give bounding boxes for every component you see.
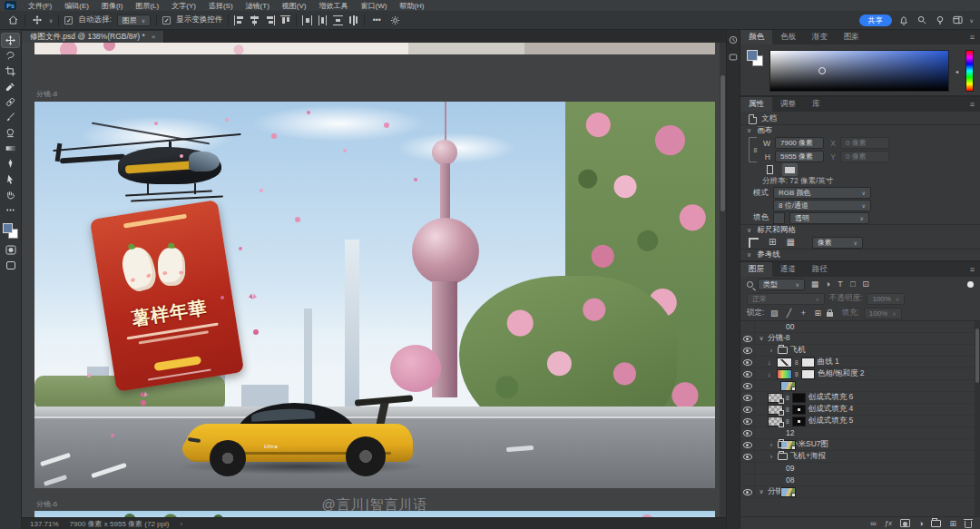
layer-mask-thumbnail[interactable] [801,358,815,367]
layer-row[interactable]: ›小米SU7图 [740,439,980,451]
visibility-toggle[interactable] [740,416,755,427]
zoom-level[interactable]: 137.71% [30,520,59,528]
link-layers-icon[interactable]: ∞ [870,519,876,528]
lightbulb-icon[interactable] [934,14,946,27]
portrait-orientation-button[interactable] [762,163,778,176]
visibility-toggle[interactable] [740,368,755,380]
panel-menu-icon[interactable]: ≡ [965,262,980,277]
color-cursor[interactable] [818,67,826,74]
layers-tab[interactable]: 图层 [740,262,772,277]
close-icon[interactable]: × [152,33,156,41]
artboard-label-top[interactable]: 分镜-8 [36,89,57,99]
auto-select-dropdown[interactable]: 图层∨ [117,15,151,26]
layer-thumbnail[interactable] [780,487,796,497]
adjustment-thumbnail[interactable] [777,358,792,367]
chevron-down-icon[interactable]: ∨ [49,17,53,24]
layer-row[interactable]: 8创成式填充 5 [740,416,980,427]
new-layer-icon[interactable]: ⊞ [949,519,956,528]
eyedropper-tool[interactable] [2,80,19,93]
clone-stamp-tool[interactable] [2,126,19,140]
screen-mode-button[interactable] [2,259,19,272]
bell-icon[interactable] [897,14,910,27]
layer-fx-icon[interactable]: ƒx [885,519,892,527]
visibility-toggle[interactable] [740,380,755,392]
chevron-right-icon[interactable]: › [768,348,775,354]
align-center-icon[interactable] [250,15,260,25]
panel-menu-icon[interactable]: ≡ [965,97,980,112]
filter-adjust-icon[interactable]: ◑ [822,279,833,289]
workspace-switcher-icon[interactable] [952,14,965,27]
color-field[interactable] [769,50,949,92]
document-tab[interactable]: 修图文件.psd @ 138%(RGB/8#) * × [22,31,164,43]
hue-slider[interactable] [965,50,974,92]
move-tool-icon[interactable] [31,14,44,27]
layer-row[interactable]: 8创成式填充 4 [740,404,980,416]
add-mask-icon[interactable] [900,519,910,527]
canvas-section-header[interactable]: ∨ 画布 [740,124,980,136]
filter-image-icon[interactable]: ▦ [809,279,820,289]
canvas-vertical-scrollbar[interactable] [720,43,726,517]
menu-item[interactable]: 文件(F) [22,1,58,11]
unit-dropdown[interactable]: 像素∨ [812,237,863,249]
crop-tool[interactable] [2,64,19,78]
color-tab[interactable]: 渐变 [804,30,836,44]
color-tab[interactable]: 色板 [772,30,804,44]
visibility-toggle[interactable] [740,427,755,439]
blend-mode-dropdown[interactable]: 正常∨ [747,293,825,305]
filter-shape-icon[interactable]: □ [848,279,858,289]
layer-row[interactable]: 12 [740,380,980,392]
layer-row[interactable]: ›飞机 [740,345,980,357]
scrollbar-thumb[interactable] [720,75,725,211]
menu-item[interactable]: 窗口(W) [354,1,393,11]
properties-tab[interactable]: 属性 [740,97,772,112]
more-options-icon[interactable]: ••• [370,14,383,27]
lock-all-icon[interactable] [827,312,833,317]
notes-panel-icon[interactable] [729,53,738,62]
chevron-right-icon[interactable]: › [768,442,775,448]
layer-fill-field[interactable]: 100%∨ [864,308,902,319]
distribute-vertical-icon[interactable] [333,15,343,25]
show-transform-checkbox[interactable]: ✓ [162,16,171,24]
properties-tab[interactable]: 调整 [772,97,804,112]
layer-thumbnail[interactable] [768,405,783,415]
guides-section-header[interactable]: ∨ 参考线 [740,249,980,260]
layer-thumbnail[interactable] [768,393,783,403]
more-tools[interactable] [2,203,19,217]
height-field[interactable]: 5955 像素 [775,151,824,162]
visibility-toggle[interactable] [740,404,755,416]
distribute-center-icon[interactable] [318,15,328,25]
quick-mask-button[interactable] [2,243,19,257]
color-tab[interactable]: 颜色 [740,30,772,44]
link-dimensions-icon[interactable]: 8 [749,136,761,163]
menu-item[interactable]: 增效工具 [312,1,354,11]
menu-item[interactable]: 帮助(H) [393,1,430,11]
menu-item[interactable]: 文字(Y) [165,1,202,11]
visibility-toggle[interactable] [740,451,755,463]
rulers-toggle-icon[interactable] [749,238,759,248]
delete-layer-icon[interactable] [965,521,972,528]
layer-mask-thumbnail[interactable] [792,405,806,415]
visibility-toggle[interactable] [740,439,755,451]
mode-dropdown[interactable]: RGB 颜色∨ [773,187,871,199]
lasso-tool[interactable] [2,49,19,63]
opacity-field[interactable]: 100%∨ [867,293,905,305]
layer-thumbnail[interactable] [768,416,783,426]
layer-thumbnail[interactable] [780,381,796,391]
menu-item[interactable]: 选择(S) [202,1,240,11]
layers-tab[interactable]: 路径 [804,262,836,277]
layer-row[interactable]: 09 [740,463,980,475]
chevron-right-icon[interactable]: › [180,520,182,528]
healing-tool[interactable] [2,95,19,109]
align-right-icon[interactable] [265,15,275,25]
chevron-down-icon[interactable]: ∨ [970,17,974,24]
bit-depth-dropdown[interactable]: 8 位/通道∨ [773,200,871,211]
menu-item[interactable]: 图像(I) [95,1,130,11]
menu-item[interactable]: 视图(V) [276,1,313,11]
layer-row[interactable]: 00 [740,321,980,333]
properties-tab[interactable]: 库 [804,97,828,112]
hand-tool[interactable] [2,188,19,201]
layer-row[interactable]: ∨分镜-6 [740,486,980,498]
visibility-toggle[interactable] [740,463,755,475]
brush-tool[interactable] [2,111,19,124]
layer-row[interactable]: ›飞机+海报 [740,451,980,463]
